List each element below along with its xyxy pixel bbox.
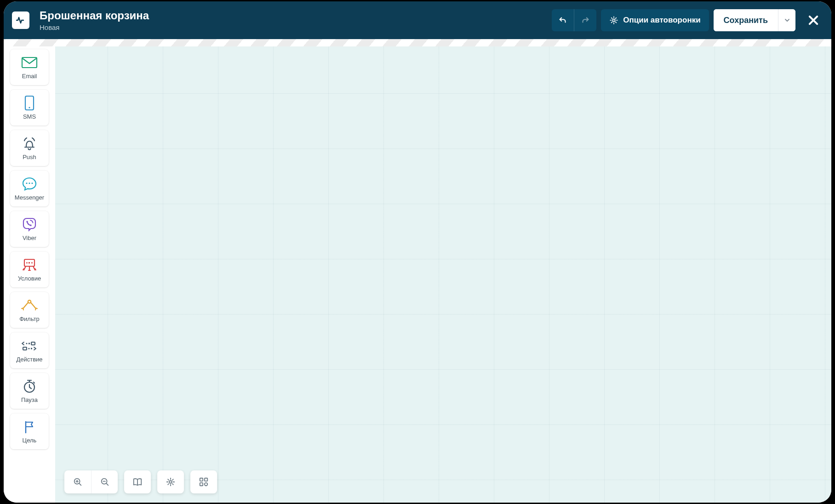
svg-rect-16 [31,342,35,345]
palette-item-label: Фильтр [19,316,40,322]
svg-point-3 [29,107,30,109]
svg-point-6 [31,183,33,184]
save-button-group: Сохранить [714,9,795,31]
undo-redo-group [552,9,596,31]
page-subtitle: Новая [40,23,149,32]
palette-item-label: Условие [18,275,41,282]
palette-item-label: Push [23,154,36,160]
svg-point-7 [26,221,28,223]
palette-item-label: Viber [23,235,36,241]
palette-item-label: Messenger [15,195,44,201]
funnel-options-button[interactable]: Опции автоворонки [601,9,709,31]
zoom-in-button[interactable] [64,470,91,493]
svg-point-14 [26,343,28,344]
palette-item-messenger[interactable]: Messenger [10,171,49,206]
guide-button[interactable] [124,470,151,493]
palette-item-label: Действие [16,356,42,363]
palette-item-label: SMS [23,114,36,120]
save-button[interactable]: Сохранить [714,9,778,31]
svg-rect-1 [22,57,37,68]
svg-point-12 [31,262,33,263]
gear-icon [609,16,618,25]
svg-rect-11 [29,262,30,263]
action-icon [20,339,39,352]
svg-point-0 [613,19,615,21]
palette-item-label: Пауза [21,397,38,403]
zoom-in-icon [73,477,83,487]
app-logo [12,11,29,29]
progress-stripe [4,39,831,46]
svg-point-5 [29,183,30,184]
palette-item-filter[interactable]: Фильтр [10,292,49,328]
canvas-toolbar [64,470,217,493]
layout-button[interactable] [190,470,217,493]
canvas-grid [55,46,831,503]
sms-icon [24,95,35,111]
redo-icon [580,15,590,25]
palette-item-pause[interactable]: Пауза [10,373,49,409]
palette-item-action[interactable]: Действие [10,332,49,368]
close-button[interactable] [804,11,823,30]
gear-icon [166,477,176,487]
flow-canvas[interactable] [55,46,831,503]
book-icon [132,477,143,487]
layout-icon [199,477,209,487]
zoom-out-icon [100,477,110,487]
push-icon [22,136,37,151]
pause-icon [22,378,37,394]
svg-point-4 [26,183,27,184]
chevron-down-icon [784,17,790,23]
app-header: Брошенная корзина Новая [4,1,831,39]
palette-item-email[interactable]: Email [10,49,49,85]
filter-icon [20,298,39,312]
condition-icon [21,258,38,272]
svg-rect-24 [200,478,203,481]
palette-item-label: Цель [23,437,37,444]
goal-icon [22,420,37,434]
svg-rect-26 [200,483,203,486]
palette-item-label: Email [22,73,37,80]
elements-palette: Email SMS [4,46,55,503]
svg-point-18 [29,348,30,349]
palette-item-condition[interactable]: Условие [10,252,49,287]
svg-point-10 [26,262,28,263]
messenger-icon [21,177,38,191]
svg-rect-15 [29,343,30,344]
page-title: Брошенная корзина [40,9,149,23]
email-icon [21,56,38,69]
save-dropdown-button[interactable] [778,9,795,31]
pulse-icon [15,15,26,26]
palette-item-viber[interactable]: Viber [10,211,49,247]
palette-item-push[interactable]: Push [10,130,49,166]
svg-rect-25 [205,478,207,481]
svg-point-27 [205,483,207,486]
undo-icon [558,15,568,25]
viber-icon [22,217,37,232]
palette-item-goal[interactable]: Цель [10,413,49,449]
svg-point-23 [169,481,172,483]
palette-item-sms[interactable]: SMS [10,90,49,126]
svg-point-8 [30,225,31,226]
redo-button[interactable] [574,9,596,31]
close-icon [807,14,820,27]
zoom-out-button[interactable] [91,470,118,493]
settings-button[interactable] [157,470,184,493]
undo-button[interactable] [552,9,574,31]
svg-rect-17 [23,347,27,350]
svg-rect-19 [31,348,32,349]
funnel-options-label: Опции автоворонки [623,16,700,25]
